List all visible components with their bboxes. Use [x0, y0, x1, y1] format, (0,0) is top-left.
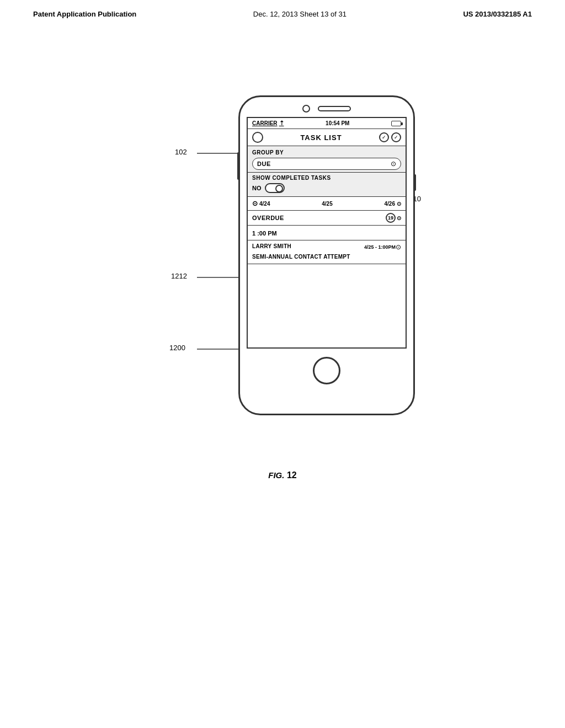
- group-by-dropdown[interactable]: DUE ⊙: [252, 158, 401, 170]
- task-date: 4/25 - 1:00PM: [364, 244, 396, 250]
- wifi-icon: ⇡: [279, 120, 284, 127]
- speaker-bar: [318, 106, 351, 111]
- overdue-count: 19 ⊙: [386, 213, 401, 223]
- check-icon-1[interactable]: ✓: [379, 132, 389, 142]
- main-content: 102 1210 1212 1200: [0, 18, 565, 480]
- phone-screen: CARRIER ⇡ 10:54 PM TASK LIST ✓ ✓: [247, 117, 407, 349]
- status-bar: CARRIER ⇡ 10:54 PM: [248, 118, 406, 129]
- toggle-switch[interactable]: [265, 183, 285, 193]
- phone-top: [240, 97, 413, 117]
- side-button[interactable]: [237, 152, 240, 180]
- task-chevron-icon[interactable]: ⊙: [396, 243, 401, 251]
- task-right: 4/25 - 1:00PM ⊙: [364, 243, 401, 251]
- power-button[interactable]: [413, 174, 416, 191]
- phone-body: CARRIER ⇡ 10:54 PM TASK LIST ✓ ✓: [238, 95, 415, 415]
- chevron-down-icon: ⊙: [391, 160, 396, 168]
- app-title: TASK LIST: [300, 133, 342, 142]
- callout-102: 102: [175, 148, 187, 156]
- date-sheet-label: Dec. 12, 2013 Sheet 13 of 31: [253, 10, 347, 18]
- app-bar-actions: ✓ ✓: [379, 132, 401, 142]
- patent-number-label: US 2013/0332185 A1: [463, 10, 532, 18]
- camera-icon: [302, 105, 310, 113]
- overdue-number: 19: [388, 215, 393, 221]
- page-header: Patent Application Publication Dec. 12, …: [0, 0, 565, 18]
- group-by-value: DUE: [257, 160, 271, 167]
- battery-icon: [391, 121, 401, 126]
- task-item[interactable]: LARRY SMITH 4/25 - 1:00PM ⊙ SEMI-ANNUAL …: [248, 240, 406, 264]
- task-header: LARRY SMITH 4/25 - 1:00PM ⊙: [252, 243, 401, 251]
- app-back-icon[interactable]: [252, 132, 263, 143]
- carrier-info: CARRIER ⇡: [252, 120, 284, 127]
- task-description: SEMI-ANNUAL CONTACT ATTEMPT: [252, 254, 350, 260]
- callout-1212: 1212: [171, 272, 187, 280]
- date-nav-bar: ⊙ 4/24 4/25 4/26 ⊙: [248, 197, 406, 211]
- show-completed-section: SHOW COMPLETED TASKS NO: [248, 173, 406, 197]
- figure-caption: FIG. 12: [268, 470, 296, 480]
- prev-date: 4/24: [259, 201, 270, 207]
- prev-date-icon[interactable]: ⊙: [252, 200, 258, 207]
- callout-1200: 1200: [169, 344, 185, 352]
- current-date: 4/25: [322, 201, 332, 207]
- toggle-no-label: NO: [252, 185, 262, 191]
- overdue-label: OVERDUE: [252, 215, 284, 221]
- next-date: 4/26: [385, 201, 395, 207]
- group-by-section: GROUP BY DUE ⊙: [248, 146, 406, 173]
- phone-bottom: [240, 349, 413, 393]
- toggle-row: NO: [252, 183, 401, 193]
- status-time: 10:54 PM: [326, 120, 349, 126]
- overdue-section: OVERDUE 19 ⊙: [248, 211, 406, 226]
- time-slot-row: 1 :00 PM: [248, 226, 406, 240]
- task-name: LARRY SMITH: [252, 243, 291, 249]
- app-bar: TASK LIST ✓ ✓: [248, 129, 406, 146]
- date-nav-right[interactable]: 4/26 ⊙: [385, 201, 401, 207]
- next-date-icon[interactable]: ⊙: [397, 201, 401, 207]
- toggle-knob: [275, 185, 283, 192]
- home-button[interactable]: [313, 357, 340, 384]
- group-by-label: GROUP BY: [252, 149, 401, 156]
- check-icon-2[interactable]: ✓: [391, 132, 401, 142]
- show-completed-label: SHOW COMPLETED TASKS: [252, 175, 401, 181]
- carrier-label: CARRIER: [252, 120, 278, 126]
- publication-label: Patent Application Publication: [33, 10, 136, 18]
- date-nav-left[interactable]: ⊙ 4/24: [252, 200, 270, 207]
- fig-label: FIG.: [268, 470, 284, 480]
- time-slot-label: 1 :00 PM: [252, 230, 277, 237]
- overdue-chevron-icon[interactable]: ⊙: [397, 215, 401, 221]
- overdue-badge: 19: [386, 213, 396, 223]
- fig-number: 12: [287, 470, 297, 480]
